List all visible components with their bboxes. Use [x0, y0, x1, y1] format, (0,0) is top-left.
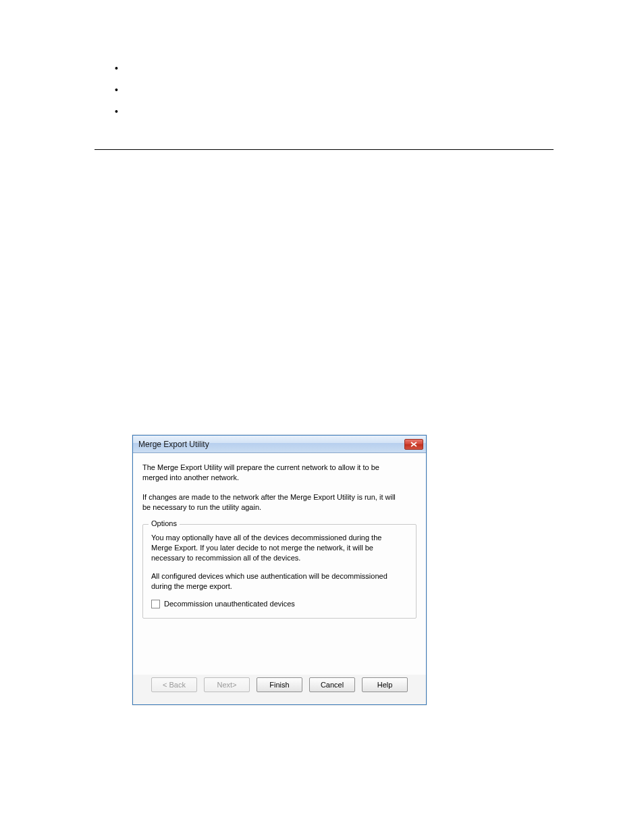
cancel-button-label: Cancel — [321, 681, 344, 689]
horizontal-rule — [95, 149, 554, 150]
options-paragraph-1: You may optionally have all of the devic… — [151, 533, 394, 563]
bullet-list — [95, 64, 554, 117]
merge-export-dialog: Merge Export Utility The Merge Export Ut… — [132, 435, 427, 705]
options-paragraph-2: All configured devices which use authent… — [151, 571, 394, 592]
options-legend: Options — [149, 519, 180, 527]
bullet-item — [95, 107, 554, 117]
close-button[interactable] — [404, 439, 423, 450]
dialog-titlebar[interactable]: Merge Export Utility — [133, 436, 426, 453]
cancel-button[interactable]: Cancel — [309, 677, 355, 692]
next-button-label: Next> — [217, 681, 236, 689]
intro-paragraph-1: The Merge Export Utility will prepare th… — [142, 463, 406, 483]
dialog-title: Merge Export Utility — [138, 440, 404, 449]
page-upper-content — [95, 64, 554, 150]
back-button: < Back — [151, 677, 197, 692]
help-button-label: Help — [377, 681, 393, 689]
decommission-checkbox[interactable] — [151, 600, 160, 608]
dialog-body: The Merge Export Utility will prepare th… — [133, 453, 426, 675]
intro-paragraph-2: If changes are made to the network after… — [142, 492, 406, 513]
help-button[interactable]: Help — [362, 677, 408, 692]
finish-button-label: Finish — [269, 681, 289, 689]
next-button: Next> — [204, 677, 250, 692]
back-button-label: < Back — [163, 681, 186, 689]
decommission-checkbox-row[interactable]: Decommission unauthenticated devices — [151, 600, 408, 608]
options-group: Options You may optionally have all of t… — [142, 524, 417, 618]
finish-button[interactable]: Finish — [257, 677, 302, 692]
bullet-item — [95, 86, 554, 95]
decommission-checkbox-label: Decommission unauthenticated devices — [164, 600, 295, 608]
close-icon — [410, 442, 417, 447]
bullet-item — [95, 64, 554, 74]
dialog-button-row: < Back Next> Finish Cancel Help — [133, 677, 426, 698]
